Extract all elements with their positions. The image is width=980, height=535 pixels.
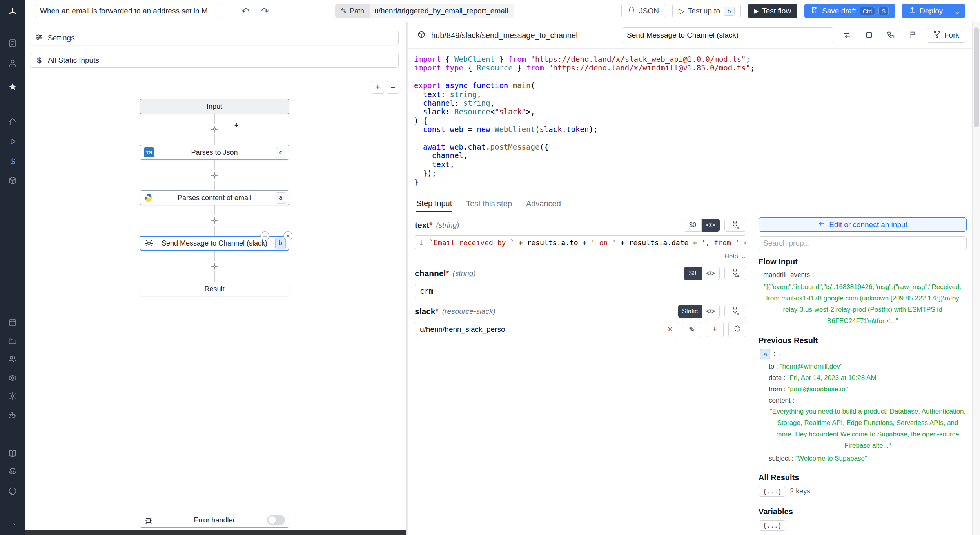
- channel-template-mode-button[interactable]: $0: [684, 267, 702, 280]
- text-connect-button[interactable]: [724, 219, 746, 232]
- text-code-mode-button[interactable]: </>: [702, 219, 720, 232]
- sidebar-item-runs[interactable]: [0, 36, 25, 52]
- sidebar-item-favorites[interactable]: [0, 80, 25, 96]
- dollar-icon: $: [35, 56, 43, 65]
- code-editor[interactable]: import { WebClient } from "https://deno.…: [408, 49, 972, 197]
- save-draft-button[interactable]: Save draft Ctrl S: [804, 4, 895, 18]
- flow-settings-bar[interactable]: Settings: [30, 31, 399, 45]
- text-template-mode-button[interactable]: $0: [684, 219, 702, 232]
- move-step-button[interactable]: [260, 231, 269, 240]
- tab-advanced[interactable]: Advanced: [526, 199, 561, 212]
- flow-node-input[interactable]: Input: [140, 99, 289, 114]
- prop-node-a[interactable]: a : -: [759, 349, 967, 359]
- sidebar-item-docs[interactable]: [0, 446, 25, 462]
- step-header: hub/849/slack/send_message_to_channel Fo…: [408, 22, 972, 49]
- flow-node-error-handler[interactable]: Error handler: [140, 513, 289, 528]
- sidebar-item-github[interactable]: [0, 484, 25, 500]
- sidebar-item-resources[interactable]: [0, 174, 25, 189]
- flow-node-send-message[interactable]: ✕ Send Message to Channel (slack) b: [140, 236, 289, 251]
- deploy-button[interactable]: Deploy: [902, 4, 949, 18]
- sidebar-item-profile[interactable]: [0, 56, 25, 72]
- insert-step-button[interactable]: [209, 215, 220, 226]
- insert-step-button[interactable]: [209, 170, 220, 181]
- slack-static-mode-button[interactable]: Static: [678, 305, 702, 318]
- sidebar-item-settings[interactable]: [0, 389, 25, 405]
- json-button[interactable]: JSON: [621, 4, 665, 18]
- undo-button[interactable]: ↶: [237, 4, 254, 18]
- fork-button[interactable]: Fork: [927, 28, 965, 43]
- object-expand-badge[interactable]: {...}: [759, 520, 786, 531]
- static-inputs-bar[interactable]: $ All Static Inputs: [30, 53, 399, 68]
- path-editor[interactable]: ✎ Path u/henri/triggered_by_email_report…: [335, 4, 514, 18]
- sidebar-item-discord[interactable]: [0, 464, 25, 480]
- sidebar-item-folders[interactable]: [0, 334, 25, 350]
- prop-row-from[interactable]: from : "paul@supabase.io": [759, 385, 967, 393]
- channel-code-mode-button[interactable]: </>: [702, 267, 720, 280]
- refresh-resource-button[interactable]: [728, 322, 746, 337]
- flag-icon: [909, 31, 917, 40]
- redo-button[interactable]: ↷: [256, 4, 274, 18]
- flag-button[interactable]: [905, 27, 921, 43]
- tab-step-input[interactable]: Step Input: [416, 199, 452, 212]
- slack-resource-select[interactable]: u/henri/henri_slack_perso ✕: [415, 322, 678, 337]
- sidebar-item-variables[interactable]: $: [0, 154, 25, 169]
- error-handler-toggle[interactable]: [267, 515, 285, 525]
- prop-key-mandrill-events[interactable]: mandrill_events:: [759, 271, 967, 279]
- search-prop-input[interactable]: [759, 236, 967, 250]
- hub-script-path[interactable]: hub/849/slack/send_message_to_channel: [431, 31, 578, 40]
- step-summary-input[interactable]: [622, 27, 833, 43]
- channel-input[interactable]: [415, 284, 746, 298]
- prop-row-to[interactable]: to : "henri@windmill.dev": [759, 363, 967, 371]
- slack-connect-button[interactable]: [724, 305, 746, 318]
- edit-resource-button[interactable]: ✎: [683, 322, 701, 337]
- sidebar-item-runs-play[interactable]: [0, 134, 25, 150]
- zoom-out-button[interactable]: −: [387, 81, 399, 94]
- webhook-button[interactable]: [883, 27, 899, 43]
- user-icon: [8, 58, 17, 70]
- flow-input-title[interactable]: Flow Input: [759, 257, 967, 266]
- channel-connect-button[interactable]: [724, 267, 746, 280]
- slack-code-mode-button[interactable]: </>: [702, 305, 720, 318]
- bottom-drawer-handle[interactable]: [25, 530, 406, 535]
- previous-result-title[interactable]: Previous Result: [759, 336, 967, 345]
- sidebar-item-audit[interactable]: [0, 371, 25, 387]
- clear-resource-icon[interactable]: ✕: [667, 325, 673, 334]
- sidebar-item-home[interactable]: [0, 115, 25, 130]
- all-results-title[interactable]: All Results: [759, 473, 967, 482]
- prop-row-date[interactable]: date : "Fri, Apr 14, 2023 at 10:28 AM": [759, 374, 967, 382]
- insert-step-button[interactable]: [209, 261, 220, 271]
- step-bottom-section: Step Input Test this step Advanced text*…: [408, 197, 972, 535]
- scrollbar-thumb[interactable]: [974, 27, 979, 127]
- prop-row-content[interactable]: content :"Everything you need to build a…: [759, 397, 967, 451]
- edit-connect-input-button[interactable]: Edit or connect an input: [759, 217, 967, 232]
- sidebar-item-groups[interactable]: [0, 352, 25, 368]
- flow-node-result[interactable]: Result: [140, 282, 289, 296]
- add-resource-button[interactable]: +: [706, 322, 724, 337]
- sidebar-expand-button[interactable]: →: [0, 515, 25, 531]
- swap-step-button[interactable]: [839, 27, 855, 43]
- test-flow-button[interactable]: ▶ Test flow: [748, 4, 797, 18]
- dollar-icon: $: [10, 157, 15, 166]
- help-link[interactable]: Help⌄: [415, 252, 746, 260]
- variables-title[interactable]: Variables: [759, 507, 967, 516]
- sidebar-item-schedules[interactable]: [0, 315, 25, 331]
- gear-icon: [144, 239, 154, 248]
- zoom-in-button[interactable]: +: [372, 81, 384, 94]
- folder-icon: [8, 336, 17, 348]
- expand-editor-button[interactable]: [861, 27, 877, 43]
- windmill-logo-icon[interactable]: [0, 4, 25, 20]
- flow-node-parses-content-of-email[interactable]: Parses content of email a: [140, 190, 289, 205]
- prop-row-subject[interactable]: subject : "Welcome to Supabase": [759, 455, 967, 463]
- tab-test-this-step[interactable]: Test this step: [466, 199, 512, 212]
- flow-node-parses-to-json[interactable]: TS Parses to Json c: [140, 145, 289, 160]
- prop-value-mandrill-events[interactable]: "[{"event":"inbound","ts":1683819426,"ms…: [759, 281, 967, 327]
- test-up-to-button[interactable]: ▷ Test up to b: [672, 4, 741, 18]
- sidebar-item-workers[interactable]: [0, 408, 25, 423]
- insert-step-button[interactable]: [209, 124, 220, 134]
- flow-title-input[interactable]: [35, 4, 220, 18]
- text-expression-editor[interactable]: 1 `Email received by ` + results.a.to + …: [415, 235, 746, 249]
- deploy-dropdown-button[interactable]: ⌄: [949, 4, 965, 18]
- remove-step-button[interactable]: ✕: [283, 231, 292, 240]
- trigger-bolt-icon[interactable]: [232, 121, 241, 130]
- object-expand-badge[interactable]: {...}: [759, 486, 786, 497]
